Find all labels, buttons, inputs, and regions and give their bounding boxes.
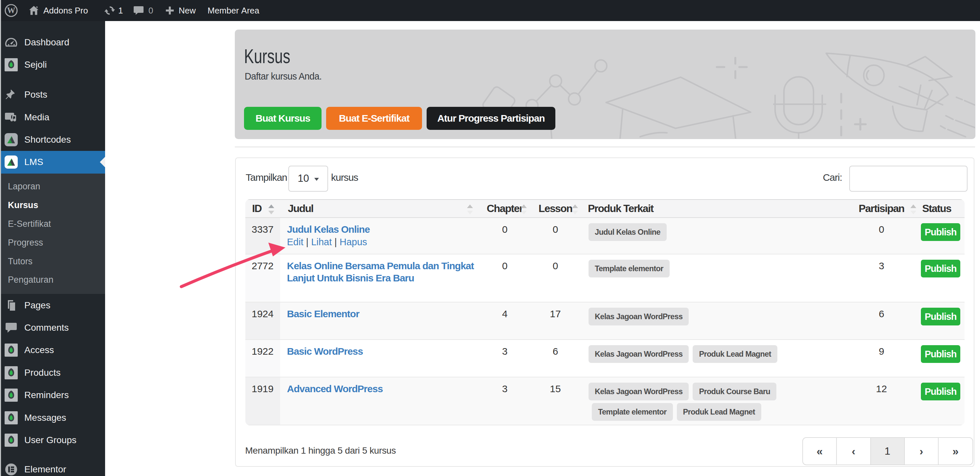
svg-text:W: W [7, 6, 16, 15]
